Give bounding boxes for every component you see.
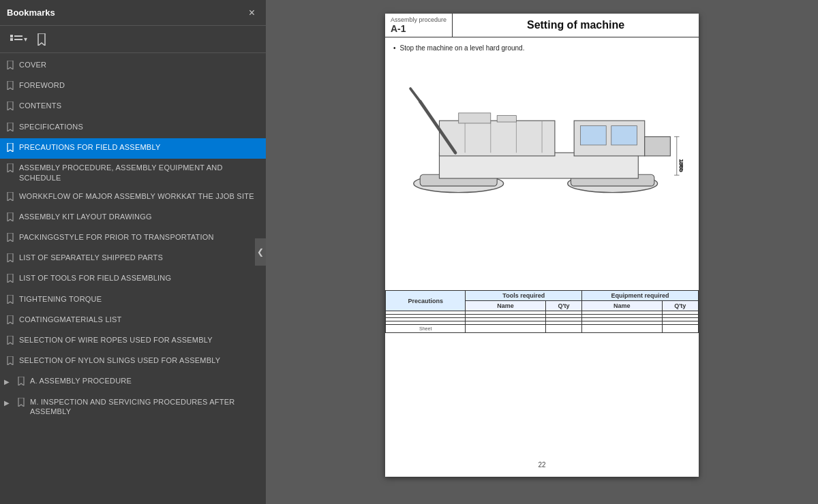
bookmark-item-inspection[interactable]: ▶ M. INSPECTION AND SERVICING PROCEDURES… (0, 393, 266, 422)
bookmark-item-assembly-equip[interactable]: ASSEMBLY PROCEDURE, ASSEMBLY EQUIPMENT A… (0, 159, 266, 187)
machine-svg: 1865 (401, 65, 683, 202)
bookmark-icon (37, 33, 46, 46)
expand-arrow-assembly-proc: ▶ (4, 377, 12, 387)
svg-rect-9 (439, 121, 554, 156)
bookmark-icon-packing (7, 233, 14, 245)
bookmark-label-precautions: PRECAUTIONS FOR FIELD ASSEMBLY (19, 142, 260, 153)
document-page: Assembly procedure A-1 Setting of machin… (385, 14, 699, 477)
doc-procedure-section: Assembly procedure A-1 (385, 14, 453, 37)
list-icon (10, 35, 22, 44)
svg-text:1865: 1865 (678, 159, 683, 172)
bookmark-label-assembly-proc: A. ASSEMBLY PROCEDURE (30, 376, 260, 386)
sidebar-title: Bookmarks (7, 7, 55, 18)
doc-instruction: Stop the machine on a level hard ground. (393, 44, 691, 52)
bookmark-icon-wire-ropes (7, 336, 14, 347)
table-row: Sheet (386, 325, 699, 333)
svg-rect-0 (10, 35, 13, 37)
bookmark-item-tightening[interactable]: TIGHTENING TORQUE (0, 290, 266, 311)
bookmark-icon-tightening (7, 295, 14, 306)
svg-rect-8 (439, 153, 638, 178)
bookmark-label-coating: COATINGGMATERIALS LIST (19, 315, 260, 325)
doc-header: Assembly procedure A-1 Setting of machin… (385, 14, 699, 37)
machine-illustration: 1865 (393, 59, 691, 208)
bookmark-icon-nylon-slings (7, 356, 14, 368)
svg-line-18 (410, 89, 420, 101)
svg-rect-11 (580, 126, 606, 145)
bookmark-item-kit-layout[interactable]: ASSEMBLY KIT LAYOUT DRAWINGG (0, 208, 266, 228)
bookmark-icon-separately-shipped (7, 253, 14, 265)
bookmark-icon-kit-layout (7, 212, 14, 224)
svg-rect-2 (14, 35, 22, 37)
bookmark-label-assembly-equip: ASSEMBLY PROCEDURE, ASSEMBLY EQUIPMENT A… (19, 163, 260, 183)
doc-body: Stop the machine on a level hard ground. (385, 37, 699, 222)
expand-arrow-inspection: ▶ (4, 398, 12, 408)
collapse-tab[interactable]: ❮ (255, 238, 266, 266)
procedure-label: Assembly procedure (391, 16, 446, 23)
bookmark-icon-assembly-proc (18, 377, 25, 388)
bookmark-icon-button[interactable] (33, 31, 50, 48)
doc-instruction-text: Stop the machine on a level hard ground. (400, 44, 525, 52)
tools-header: Tools required (466, 291, 582, 301)
bookmark-icon-specifications (7, 123, 14, 134)
bookmark-icon-coating (7, 315, 14, 327)
bookmark-item-coating[interactable]: COATINGGMATERIALS LIST (0, 311, 266, 331)
bookmark-icon-contents (7, 101, 14, 113)
bookmark-icon-foreword (7, 81, 14, 93)
bookmark-icon-tools-list (7, 274, 14, 285)
bookmark-label-packing: PACKINGGSTYLE FOR PRIOR TO TRANSPORTATIO… (19, 232, 260, 242)
bookmark-item-specifications[interactable]: SPECIFICATIONS (0, 118, 266, 138)
bookmark-item-foreword[interactable]: FOREWORD (0, 76, 266, 97)
tools-qty-header: Q'ty (545, 301, 581, 311)
bookmark-label-kit-layout: ASSEMBLY KIT LAYOUT DRAWINGG (19, 212, 260, 222)
bookmark-label-wire-ropes: SELECTION OF WIRE ROPES USED FOR ASSEMBL… (19, 335, 260, 345)
bookmark-item-nylon-slings[interactable]: SELECTION OF NYLON SLINGS USED FOR ASSEM… (0, 351, 266, 372)
procedure-id: A-1 (391, 23, 446, 34)
bookmark-item-separately-shipped[interactable]: LIST OF SEPARATELY SHIPPED PARTS (0, 249, 266, 269)
bookmark-icon-workflow (7, 192, 14, 204)
bookmark-label-separately-shipped: LIST OF SEPARATELY SHIPPED PARTS (19, 253, 260, 263)
bookmark-label-workflow: WORKKFLOW OF MAJOR ASSEMBLY WORKKAT THE … (19, 191, 260, 202)
bookmark-label-tightening: TIGHTENING TORQUE (19, 294, 260, 304)
bookmark-label-cover: COVER (19, 60, 260, 70)
precautions-header: Precautions (386, 291, 466, 311)
bookmark-label-foreword: FOREWORD (19, 80, 260, 91)
bookmark-item-workflow[interactable]: WORKKFLOW OF MAJOR ASSEMBLY WORKKAT THE … (0, 187, 266, 208)
doc-title: Setting of machine (527, 19, 624, 31)
bookmark-label-inspection: M. INSPECTION AND SERVICING PROCEDURES A… (30, 397, 260, 418)
bookmark-item-packing[interactable]: PACKINGGSTYLE FOR PRIOR TO TRANSPORTATIO… (0, 228, 266, 249)
equip-qty-header: Q'ty (662, 301, 698, 311)
svg-rect-19 (645, 137, 671, 156)
page-number: 22 (385, 458, 699, 471)
close-button[interactable]: × (245, 6, 259, 20)
bookmark-item-cover[interactable]: COVER (0, 56, 266, 76)
bookmark-label-nylon-slings: SELECTION OF NYLON SLINGS USED FOR ASSEM… (19, 356, 260, 366)
bookmark-item-tools-list[interactable]: LIST OF TOOLS FOR FIELD ASSEMBLING (0, 269, 266, 289)
bookmark-item-wire-ropes[interactable]: SELECTION OF WIRE ROPES USED FOR ASSEMBL… (0, 331, 266, 351)
svg-rect-25 (497, 116, 516, 122)
bookmarks-list: COVER FOREWORD CONTENTS SPECIFICATIONS P (0, 53, 266, 504)
svg-rect-3 (14, 39, 22, 40)
bookmark-icon-inspection (18, 398, 25, 409)
bookmark-label-tools-list: LIST OF TOOLS FOR FIELD ASSEMBLING (19, 273, 260, 283)
sidebar-toolbar: ▾ (0, 26, 266, 53)
bookmark-item-contents[interactable]: CONTENTS (0, 97, 266, 117)
main-content: Assembly procedure A-1 Setting of machin… (266, 0, 818, 504)
bookmarks-sidebar: Bookmarks × ▾ COVER (0, 0, 266, 504)
svg-rect-12 (611, 126, 637, 145)
bookmark-label-specifications: SPECIFICATIONS (19, 122, 260, 132)
bookmark-label-contents: CONTENTS (19, 101, 260, 111)
svg-rect-1 (10, 38, 13, 41)
bookmark-icon-assembly-equip (7, 163, 14, 175)
sidebar-header: Bookmarks × (0, 0, 266, 26)
bookmark-item-assembly-proc[interactable]: ▶ A. ASSEMBLY PROCEDURE (0, 372, 266, 392)
bookmark-item-precautions[interactable]: PRECAUTIONS FOR FIELD ASSEMBLY (0, 138, 266, 159)
doc-title-section: Setting of machine (453, 14, 699, 37)
svg-rect-24 (459, 113, 491, 123)
bookmark-icon-cover (7, 61, 14, 72)
dropdown-arrow: ▾ (24, 35, 27, 43)
equip-name-header: Name (582, 301, 662, 311)
bookmark-icon-precautions (7, 143, 14, 155)
equipment-header: Equipment required (582, 291, 699, 301)
list-view-button[interactable]: ▾ (7, 33, 31, 46)
doc-footer-table: Precautions Tools required Equipment req… (385, 290, 699, 333)
